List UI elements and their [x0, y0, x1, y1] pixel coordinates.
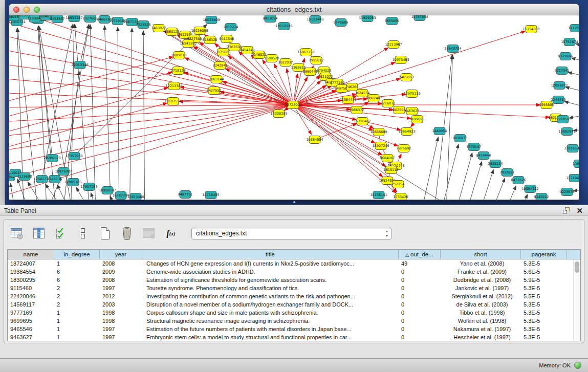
table-cell[interactable]: 6 — [54, 268, 100, 276]
table-cell[interactable]: 2003 — [100, 300, 142, 309]
column-header-title[interactable]: title — [142, 250, 399, 259]
table-header-row[interactable]: namein_degreeyeartitle△out_de...shortpag… — [8, 250, 580, 259]
table-cell[interactable]: 9777169 — [8, 309, 54, 317]
table-row[interactable]: 1830029562008Estimation of significance … — [8, 276, 573, 284]
table-cell[interactable]: 0 — [399, 284, 441, 292]
table-cell[interactable]: 14569117 — [8, 300, 54, 309]
column-header-year[interactable]: year — [100, 250, 142, 259]
table-cell[interactable]: 18724007 — [8, 259, 54, 268]
table-cell[interactable]: 5.3E-5 — [521, 333, 567, 341]
table-cell[interactable]: Genome-wide association studies in ADHD. — [142, 268, 399, 276]
table-panel-header[interactable]: Table Panel ✕ — [0, 205, 588, 216]
table-cell[interactable]: 1998 — [100, 309, 142, 317]
table-cell[interactable]: Yano et al. (2008) — [441, 259, 521, 268]
table-cell[interactable]: Jankovic et al. (1997) — [441, 284, 521, 292]
table-cell[interactable]: 5.3E-5 — [521, 259, 567, 268]
table-cell[interactable]: 5.5E-5 — [521, 292, 567, 300]
window-titlebar[interactable]: citations_edges.txt — [9, 4, 579, 15]
column-header-in_degree[interactable]: in_degree — [54, 250, 100, 259]
table-cell[interactable]: Stergiakouli et al. (2012) — [441, 292, 521, 300]
table-cell[interactable]: 5.3E-5 — [521, 284, 567, 292]
table-vertical-scrollbar[interactable] — [573, 259, 580, 341]
splitter-handle[interactable]: ▲ — [291, 200, 297, 204]
new-table-button[interactable] — [97, 225, 113, 242]
table-cell[interactable]: Tibbo et al. (1998) — [441, 309, 521, 317]
table-cell[interactable]: 2008 — [100, 276, 142, 284]
table-row[interactable]: 946554611997Estimation of the future num… — [8, 325, 573, 333]
table-cell[interactable]: 0 — [399, 317, 441, 325]
table-cell[interactable]: 49 — [399, 259, 441, 268]
table-cell[interactable]: Structural magnetic resonance image aver… — [142, 317, 399, 325]
function-builder-button[interactable]: f(x) — [163, 225, 179, 242]
table-cell[interactable]: 0 — [399, 309, 441, 317]
column-header-out_de[interactable]: △out_de... — [399, 250, 441, 259]
table-cell[interactable]: Embryonic stem cells: a model to study s… — [142, 333, 399, 341]
table-cell[interactable]: 0 — [399, 268, 441, 276]
table-cell[interactable]: Estimation of significance thresholds fo… — [142, 276, 399, 284]
table-cell[interactable]: de Silva et al. (2003) — [441, 300, 521, 309]
table-cell[interactable]: 9115460 — [8, 284, 54, 292]
table-cell[interactable]: 5.3E-5 — [521, 317, 567, 325]
table-cell[interactable]: 0 — [399, 276, 441, 284]
delete-table-button[interactable] — [119, 225, 135, 242]
table-row[interactable]: 911546021997Tourette syndrome. Phenomeno… — [8, 284, 573, 292]
table-cell[interactable]: 1997 — [100, 325, 142, 333]
table-cell[interactable]: 1997 — [100, 284, 142, 292]
row-options-button[interactable] — [75, 225, 91, 242]
table-cell[interactable]: 18300295 — [8, 276, 54, 284]
table-cell[interactable]: Hescheler et al. (1997) — [441, 333, 521, 341]
table-row[interactable]: 977716911998Corpus callosum shape and si… — [8, 309, 573, 317]
table-row[interactable]: 969969511998Structural magnetic resonanc… — [8, 317, 573, 325]
table-row[interactable]: 946362711997Embryonic stem cells: a mode… — [8, 333, 573, 341]
table-cell[interactable]: Wolkin et al. (1998) — [441, 317, 521, 325]
float-window-icon[interactable] — [563, 207, 570, 214]
table-row[interactable]: 1872400712008Changes of HCN gene express… — [8, 259, 573, 268]
table-cell[interactable]: 9465546 — [8, 325, 54, 333]
table-cell[interactable]: 19384554 — [8, 268, 54, 276]
table-cell[interactable]: Disruption of a novel member of a sodium… — [142, 300, 399, 309]
table-cell[interactable]: 2 — [54, 284, 100, 292]
table-cell[interactable]: Corpus callosum shape and size in male p… — [142, 309, 399, 317]
table-row[interactable]: 1938455462009Genome-wide association stu… — [8, 268, 573, 276]
table-cell[interactable]: 1 — [54, 333, 100, 341]
table-cell[interactable]: 5.3E-5 — [521, 300, 567, 309]
table-cell[interactable]: 9463627 — [8, 333, 54, 341]
table-cell[interactable]: 2012 — [100, 292, 142, 300]
column-header-name[interactable]: name — [8, 250, 54, 259]
table-cell[interactable]: 1998 — [100, 317, 142, 325]
table-cell[interactable]: 0 — [399, 300, 441, 309]
table-cell[interactable]: 0 — [399, 292, 441, 300]
table-cell[interactable]: 1 — [54, 259, 100, 268]
memory-status-icon[interactable] — [574, 362, 581, 369]
table-cell[interactable]: Tourette syndrome. Phenomenology and cla… — [142, 284, 399, 292]
table-cell[interactable]: Investigating the contribution of common… — [142, 292, 399, 300]
show-columns-button[interactable] — [31, 225, 47, 242]
table-cell[interactable]: 2008 — [100, 259, 142, 268]
table-cell[interactable]: 1997 — [100, 333, 142, 341]
select-all-columns-button[interactable] — [53, 225, 69, 242]
table-body[interactable]: 1872400712008Changes of HCN gene express… — [8, 259, 573, 341]
table-cell[interactable]: 22420046 — [8, 292, 54, 300]
table-cell[interactable]: 2 — [54, 300, 100, 309]
table-cell[interactable]: 6 — [54, 276, 100, 284]
network-canvas[interactable]: 1872400718300295193845547463822886012389… — [9, 15, 579, 200]
table-row[interactable]: 2242004622012Investigating the contribut… — [8, 292, 573, 300]
column-header-pagerank[interactable]: pagerank — [521, 250, 567, 259]
table-cell[interactable]: 0 — [399, 325, 441, 333]
table-cell[interactable]: Franke et al. (2009) — [441, 268, 521, 276]
close-icon[interactable]: ✕ — [576, 207, 583, 214]
table-cell[interactable]: 0 — [399, 333, 441, 341]
table-cell[interactable]: 5.3E-5 — [521, 309, 567, 317]
scrollbar-thumb[interactable] — [575, 261, 579, 273]
column-header-short[interactable]: short — [441, 250, 521, 259]
table-row[interactable]: 1456911722003Disruption of a novel membe… — [8, 300, 573, 309]
table-cell[interactable]: 1 — [54, 325, 100, 333]
table-cell[interactable]: Dudbridge et al. (2008) — [441, 276, 521, 284]
table-cell[interactable]: 2 — [54, 292, 100, 300]
table-cell[interactable]: Estimation of the future numbers of pati… — [142, 325, 399, 333]
network-graph-svg[interactable]: 1872400718300295193845547463822886012389… — [9, 15, 579, 200]
table-cell[interactable]: 2009 — [100, 268, 142, 276]
table-cell[interactable]: 1 — [54, 309, 100, 317]
table-source-selector[interactable]: citations_edges.txt ▲▼ — [191, 228, 392, 239]
table-settings-button[interactable] — [9, 225, 25, 242]
